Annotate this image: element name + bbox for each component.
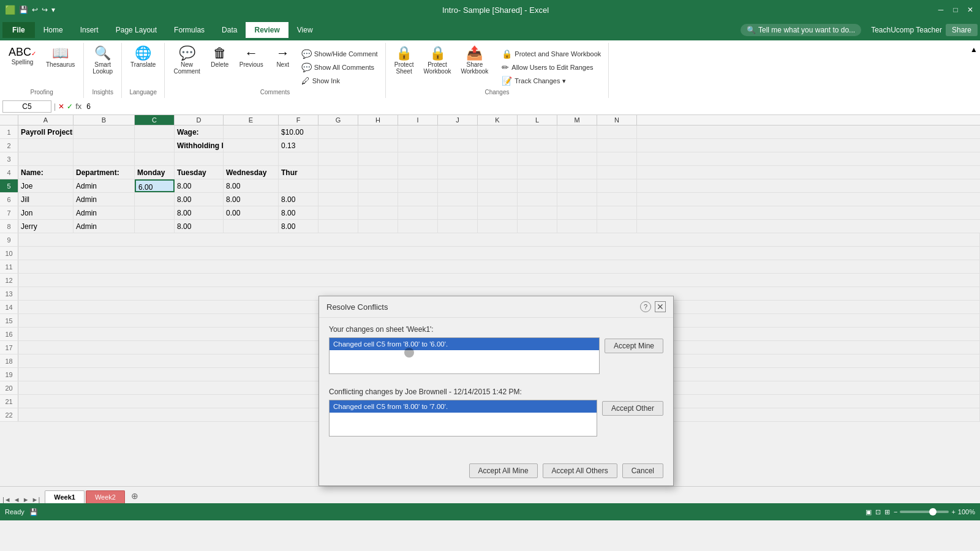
- maximize-button[interactable]: □: [951, 5, 960, 15]
- your-changes-list: Changed cell C5 from '8.00' to '6.00'.: [329, 337, 600, 374]
- tab-formulas[interactable]: Formulas: [165, 22, 213, 38]
- cancel-formula-icon[interactable]: ✕: [58, 102, 64, 111]
- ribbon-group-language: 🌐 Translate Language: [122, 43, 165, 98]
- insights-buttons: 🔍 SmartLookup: [89, 43, 116, 87]
- protect-workbook-button[interactable]: 🔒 ProtectWorkbook: [420, 45, 455, 76]
- tab-home[interactable]: Home: [35, 22, 72, 38]
- share-workbook-button[interactable]: 📤 ShareWorkbook: [457, 45, 492, 76]
- comments-label: Comments: [170, 87, 380, 98]
- dialog-overlay: Resolve Conflicts ? ✕ Your changes on sh…: [0, 115, 980, 520]
- qat-redo[interactable]: ↪: [42, 6, 48, 14]
- conflicting-label: Conflicting changes by Joe Brownell - 12…: [329, 388, 597, 396]
- show-ink-button[interactable]: 🖊 Show Ink: [299, 75, 380, 87]
- comments-small-buttons: 💬 Show/Hide Comment 💬 Show All Comments …: [299, 45, 380, 87]
- delete-comment-button[interactable]: 🗑 Delete: [206, 45, 233, 69]
- accept-other-button-wrap: Accept Other: [602, 388, 663, 416]
- ribbon-tabs: File Home Insert Page Layout Formulas Da…: [0, 20, 980, 40]
- changes-small-buttons: 🔒 Protect and Share Workbook ✏ Allow Use…: [494, 45, 603, 87]
- resolve-conflicts-dialog: Resolve Conflicts ? ✕ Your changes on sh…: [318, 296, 674, 486]
- dialog-titlebar: Resolve Conflicts ? ✕: [319, 296, 673, 318]
- confirm-formula-icon[interactable]: ✓: [67, 102, 73, 111]
- changes-buttons: 🔒 ProtectSheet 🔒 ProtectWorkbook 📤 Share…: [391, 43, 604, 87]
- spelling-button[interactable]: ABC✓ Spelling: [5, 45, 40, 67]
- accept-other-button[interactable]: Accept Other: [602, 401, 663, 416]
- edit-ranges-icon: ✏: [502, 62, 509, 72]
- share-workbook-icon: 📤: [466, 47, 483, 60]
- accept-mine-button[interactable]: Accept Mine: [605, 339, 663, 353]
- tab-insert[interactable]: Insert: [72, 22, 107, 38]
- spreadsheet-area: A B C D E F G H I J K L M N 1 Payroll Pr…: [0, 115, 980, 520]
- qat-save[interactable]: 💾: [19, 6, 28, 14]
- next-icon: →: [276, 47, 290, 60]
- minimize-button[interactable]: ─: [936, 5, 946, 15]
- proofing-label: Proofing: [5, 87, 78, 98]
- your-changes-list-wrap: Your changes on sheet 'Week1': Changed c…: [329, 325, 600, 381]
- dialog-controls: ? ✕: [640, 301, 666, 312]
- qat-undo[interactable]: ↩: [32, 6, 38, 14]
- show-hide-comment-button[interactable]: 💬 Show/Hide Comment: [299, 48, 380, 60]
- cancel-button[interactable]: Cancel: [622, 463, 663, 478]
- dialog-close-button[interactable]: ✕: [655, 301, 666, 312]
- formula-bar: | ✕ ✓ fx: [0, 98, 980, 115]
- tab-view[interactable]: View: [288, 22, 322, 38]
- translate-icon: 🌐: [135, 47, 151, 60]
- cell-reference-box[interactable]: [2, 100, 51, 113]
- comments-buttons: 💬 NewComment 🗑 Delete ← Previous → Next …: [170, 43, 380, 87]
- title-bar-left: 🟩 💾 ↩ ↪ ▾: [5, 5, 55, 15]
- previous-icon: ←: [244, 47, 258, 60]
- your-changes-label: Your changes on sheet 'Week1':: [329, 325, 600, 334]
- delete-icon: 🗑: [213, 47, 227, 60]
- accept-all-others-button[interactable]: Accept All Others: [543, 463, 617, 478]
- smart-lookup-button[interactable]: 🔍 SmartLookup: [89, 45, 116, 76]
- tell-me-input[interactable]: 🔍 Tell me what you want to do...: [741, 24, 861, 36]
- protect-sheet-icon: 🔒: [396, 47, 412, 60]
- next-comment-button[interactable]: → Next: [270, 45, 296, 69]
- conflicting-change-empty: [330, 413, 597, 432]
- proofing-buttons: ABC✓ Spelling 📖 Thesaurus: [5, 43, 78, 87]
- new-comment-button[interactable]: 💬 NewComment: [170, 45, 203, 76]
- language-buttons: 🌐 Translate: [127, 43, 159, 87]
- allow-edit-ranges-button[interactable]: ✏ Allow Users to Edit Ranges: [499, 61, 603, 73]
- protect-sheet-button[interactable]: 🔒 ProtectSheet: [391, 45, 418, 76]
- thesaurus-button[interactable]: 📖 Thesaurus: [42, 45, 78, 69]
- formula-input[interactable]: [84, 101, 978, 112]
- ribbon-content: ABC✓ Spelling 📖 Thesaurus Proofing 🔍 Sma…: [0, 40, 980, 98]
- protect-share-workbook-button[interactable]: 🔒 Protect and Share Workbook: [499, 48, 603, 60]
- your-change-empty: [330, 350, 599, 370]
- conflicting-list-wrap: Conflicting changes by Joe Brownell - 12…: [329, 388, 597, 444]
- show-all-icon: 💬: [301, 62, 312, 72]
- tab-page-layout[interactable]: Page Layout: [107, 22, 165, 38]
- new-comment-icon: 💬: [179, 47, 195, 60]
- user-area: TeachUcomp Teacher Share: [871, 24, 978, 36]
- collapse-ribbon-button[interactable]: ▲: [968, 43, 980, 56]
- dialog-help-button[interactable]: ?: [640, 301, 651, 312]
- dialog-body: Your changes on sheet 'Week1': Changed c…: [319, 318, 673, 459]
- thesaurus-icon: 📖: [52, 47, 69, 60]
- track-changes-icon: 📝: [502, 76, 512, 86]
- ribbon-group-insights: 🔍 SmartLookup Insights: [84, 43, 122, 98]
- excel-icon: 🟩: [5, 5, 15, 15]
- conflicting-change-item[interactable]: Changed cell C5 from '8.00' to '7.00'.: [330, 400, 597, 413]
- insert-function-icon[interactable]: fx: [75, 102, 81, 111]
- translate-button[interactable]: 🌐 Translate: [127, 45, 159, 69]
- tab-data[interactable]: Data: [213, 22, 246, 38]
- accept-all-mine-button[interactable]: Accept All Mine: [469, 463, 538, 478]
- show-all-comments-button[interactable]: 💬 Show All Comments: [299, 61, 380, 73]
- track-changes-button[interactable]: 📝 Track Changes ▾: [499, 75, 603, 87]
- dialog-title: Resolve Conflicts: [326, 302, 388, 312]
- changes-label: Changes: [391, 87, 604, 98]
- accept-mine-button-wrap: Accept Mine: [605, 325, 663, 353]
- ribbon-group-comments: 💬 NewComment 🗑 Delete ← Previous → Next …: [165, 43, 385, 98]
- tab-file[interactable]: File: [2, 22, 35, 38]
- ink-icon: 🖊: [301, 76, 310, 86]
- previous-comment-button[interactable]: ← Previous: [236, 45, 267, 69]
- window-title: Intro- Sample [Shared] - Excel: [55, 6, 936, 15]
- close-button[interactable]: ✕: [965, 5, 975, 15]
- tab-review[interactable]: Review: [246, 22, 288, 38]
- formula-bar-separator: |: [54, 102, 56, 111]
- share-button[interactable]: Share: [946, 24, 978, 36]
- your-change-item[interactable]: Changed cell C5 from '8.00' to '6.00'.: [330, 338, 599, 350]
- dialog-footer: Accept All Mine Accept All Others Cancel: [319, 459, 673, 485]
- search-icon: 🔍: [747, 26, 756, 34]
- ribbon-group-changes: 🔒 ProtectSheet 🔒 ProtectWorkbook 📤 Share…: [386, 43, 609, 98]
